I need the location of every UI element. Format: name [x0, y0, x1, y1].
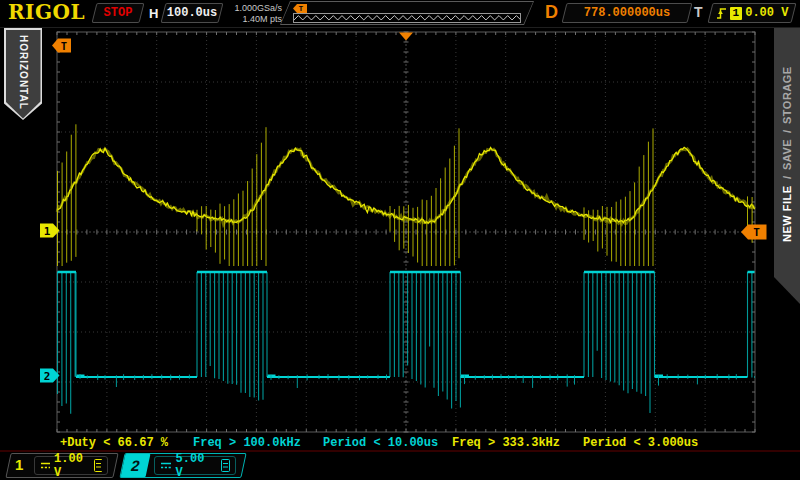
dc-coupling-icon: [160, 461, 172, 470]
channel-1-values: 1.00 V: [34, 456, 108, 475]
channel-2-scale: 5.00 V: [176, 452, 218, 480]
memory-waveform-preview: [293, 13, 521, 23]
delay-value[interactable]: 778.000000us: [564, 3, 690, 23]
probe-icon: [221, 459, 230, 472]
svg-text:1: 1: [44, 225, 51, 238]
run-status-badge[interactable]: STOP: [94, 3, 142, 23]
memory-depth: 1.40M pts: [224, 14, 282, 25]
measurement-period-2: Period < 3.000us: [583, 436, 698, 450]
svg-text:2: 2: [44, 370, 51, 383]
measurement-duty: +Duty < 66.67 %: [60, 436, 168, 450]
channel-1-scale: 1.00 V: [54, 452, 90, 480]
timebase-value[interactable]: 100.0us: [163, 3, 221, 23]
rising-edge-icon: [716, 6, 727, 20]
measurement-period-1: Period < 10.00us: [323, 436, 438, 450]
ch1-switching-spikes: [58, 124, 753, 266]
delay-label: D: [545, 2, 558, 23]
ch2-baseline: [76, 376, 755, 378]
channel-2-number: 2: [121, 454, 151, 477]
sample-rate: 1.000GSa/s: [224, 3, 282, 14]
oscilloscope-screen: TT12 RIGOL STOP H 100.0us 1.000GSa/s 1.4…: [0, 0, 800, 480]
scope-graticule: TT12: [0, 0, 800, 452]
channel-2-values: 5.00 V: [154, 456, 236, 475]
trigger-level-value: 0.00 V: [745, 6, 788, 20]
svg-text:T: T: [753, 226, 760, 239]
probe-icon: [94, 459, 102, 472]
trigger-source-badge: 1: [730, 7, 743, 20]
trigger-label: T: [694, 4, 703, 20]
menu-tab-horizontal[interactable]: HORIZONTAL: [4, 28, 42, 120]
menu-separator: /: [781, 176, 793, 179]
rigol-logo: RIGOL: [8, 0, 85, 24]
tab-body: HORIZONTAL: [6, 30, 41, 119]
run-status-text: STOP: [104, 6, 133, 20]
horizontal-label: H: [149, 6, 158, 21]
trigger-settings[interactable]: 1 0.00 V: [710, 3, 794, 23]
channel-2-status[interactable]: 2 5.00 V: [122, 453, 244, 478]
dc-coupling-icon: [40, 461, 50, 470]
menu-tab-label: HORIZONTAL: [18, 35, 29, 119]
trigger-position-marker[interactable]: [399, 33, 413, 41]
memory-position-indicator[interactable]: T: [280, 1, 534, 25]
channel-status-bar: 1 1.00 V 2: [0, 452, 800, 480]
top-status-bar: RIGOL STOP H 100.0us 1.000GSa/s 1.40M pt…: [0, 0, 800, 28]
softkey-menu-labels: NEW FILE / SAVE / STORAGE: [774, 28, 800, 280]
channel-1-number: 1: [15, 456, 23, 473]
measurement-freq-1: Freq > 100.0kHz: [193, 436, 301, 450]
softkey-menu-tab: NEW FILE / SAVE / STORAGE: [774, 28, 800, 304]
menu-item-new-file[interactable]: NEW FILE: [781, 185, 793, 242]
menu-item-save[interactable]: SAVE: [781, 139, 793, 170]
svg-text:T: T: [61, 40, 67, 52]
channel-1-status[interactable]: 1 1.00 V: [8, 453, 116, 478]
menu-item-storage[interactable]: STORAGE: [781, 66, 793, 124]
measurement-freq-2: Freq > 333.3kHz: [452, 436, 560, 450]
acquisition-info: 1.000GSa/s 1.40M pts: [224, 3, 282, 24]
menu-separator: /: [781, 130, 793, 133]
